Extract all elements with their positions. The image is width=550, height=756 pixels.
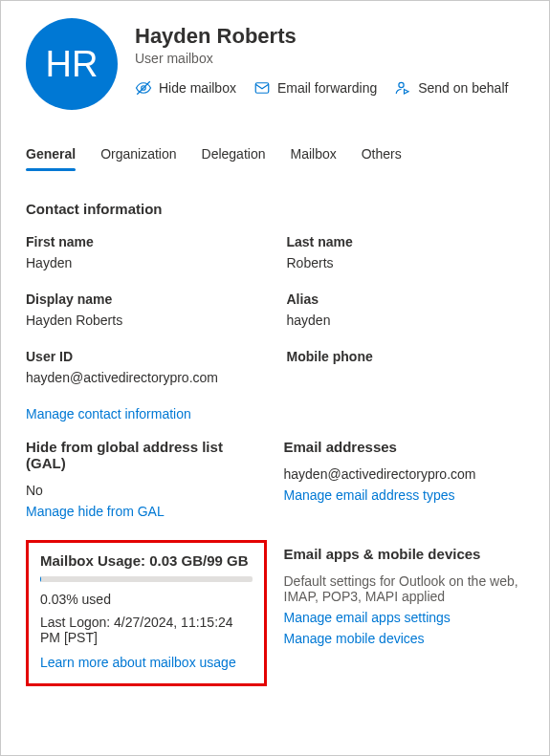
email-forwarding-button[interactable]: Email forwarding [253,79,377,97]
mobile-phone-field: Mobile phone [287,349,525,385]
email-addresses-value: hayden@activedirectorypro.com [284,466,525,482]
display-name-value: Hayden Roberts [26,313,264,328]
alias-label: Alias [287,292,525,307]
header-text: Hayden Roberts User mailbox Hide mailbox… [135,18,508,97]
mail-forward-icon [253,79,271,97]
manage-gal-link[interactable]: Manage hide from GAL [26,504,267,519]
manage-mobile-link[interactable]: Manage mobile devices [284,631,525,646]
usage-apps-row: Mailbox Usage: 0.03 GB/99 GB 0.03% used … [26,536,524,686]
user-id-field: User ID hayden@activedirectorypro.com [26,349,264,385]
hide-icon [135,79,152,97]
send-on-behalf-button[interactable]: Send on behalf [394,79,508,97]
mailbox-panel: HR Hayden Roberts User mailbox Hide mail… [0,0,550,756]
user-id-value: hayden@activedirectorypro.com [26,370,264,385]
alias-field: Alias hayden [287,292,525,328]
tab-mailbox[interactable]: Mailbox [290,140,336,171]
usage-bar-fill [40,576,41,582]
hide-mailbox-button[interactable]: Hide mailbox [135,79,236,97]
tab-general[interactable]: General [26,140,76,171]
avatar: HR [26,18,118,110]
mailbox-usage-box: Mailbox Usage: 0.03 GB/99 GB 0.03% used … [26,540,267,686]
manage-email-types-link[interactable]: Manage email address types [284,487,525,503]
usage-percent: 0.03% used [40,592,253,607]
first-name-value: Hayden [26,255,264,270]
send-on-behalf-label: Send on behalf [418,80,508,96]
section-contact-info: Contact information [26,201,524,217]
alias-value: hayden [287,313,525,328]
contact-grid: First name Hayden Last name Roberts Disp… [26,234,524,421]
header: HR Hayden Roberts User mailbox Hide mail… [26,18,524,110]
action-row: Hide mailbox Email forwarding Send on be… [135,79,508,97]
gal-email-row: Hide from global address list (GAL) No M… [26,439,524,519]
mailbox-usage-title: Mailbox Usage: 0.03 GB/99 GB [40,552,253,569]
first-name-field: First name Hayden [26,234,264,270]
tabs: General Organization Delegation Mailbox … [26,140,524,172]
display-name-field: Display name Hayden Roberts [26,292,264,328]
last-name-field: Last name Roberts [287,234,525,270]
email-addresses-block: Email addresses hayden@activedirectorypr… [284,439,525,503]
learn-usage-link[interactable]: Learn more about mailbox usage [40,655,236,670]
page-title: Hayden Roberts [135,24,508,49]
gal-value: No [26,483,267,498]
email-apps-block: Email apps & mobile devices Default sett… [284,536,525,646]
email-apps-desc: Default settings for Outlook on the web,… [284,573,525,604]
email-apps-title: Email apps & mobile devices [284,546,525,562]
tab-organization[interactable]: Organization [100,140,176,171]
tab-others[interactable]: Others [362,140,402,171]
manage-email-apps-link[interactable]: Manage email apps settings [284,610,525,625]
person-send-icon [394,79,411,97]
page-subtitle: User mailbox [135,51,508,66]
manage-contact-link[interactable]: Manage contact information [26,406,191,421]
gal-label: Hide from global address list (GAL) [26,439,267,471]
display-name-label: Display name [26,292,264,307]
email-addresses-label: Email addresses [284,439,525,455]
last-logon: Last Logon: 4/27/2024, 11:15:24 PM [PST] [40,615,253,645]
mobile-phone-label: Mobile phone [287,349,525,364]
last-name-value: Roberts [287,255,525,270]
svg-point-3 [399,82,404,87]
manage-contact-row: Manage contact information [26,406,524,421]
first-name-label: First name [26,234,264,249]
tab-delegation[interactable]: Delegation [202,140,266,171]
user-id-label: User ID [26,349,264,364]
usage-bar [40,576,253,582]
svg-rect-2 [255,83,269,94]
email-forwarding-label: Email forwarding [277,80,377,96]
last-name-label: Last name [287,234,525,249]
hide-mailbox-label: Hide mailbox [159,80,236,96]
gal-block: Hide from global address list (GAL) No M… [26,439,267,519]
